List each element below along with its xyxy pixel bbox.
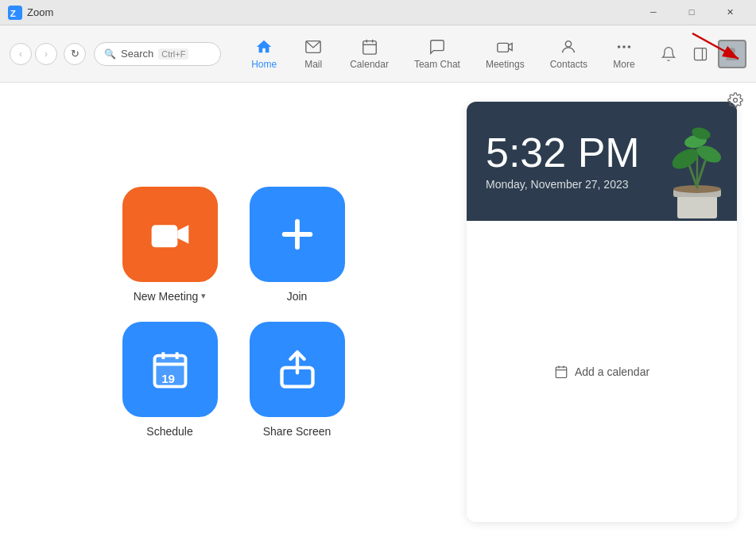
- tab-mail-label: Mail: [304, 59, 322, 70]
- tab-team-chat-label: Team Chat: [414, 59, 460, 70]
- nav-tabs: Home Mail Calendar Team Chat: [238, 29, 648, 79]
- tab-team-chat[interactable]: Team Chat: [401, 29, 473, 79]
- settings-button[interactable]: [727, 92, 743, 112]
- left-content: New Meeting ▾ Join: [0, 83, 467, 541]
- more-icon: [615, 38, 633, 56]
- user-avatar-icon: [723, 44, 742, 64]
- join-button[interactable]: [250, 187, 345, 282]
- schedule-calendar-icon: 19: [149, 349, 191, 390]
- svg-line-30: [689, 165, 697, 187]
- svg-point-17: [734, 99, 738, 102]
- chevron-down-icon: ▾: [201, 291, 206, 301]
- upload-icon: [277, 349, 318, 390]
- add-calendar-label: Add a calendar: [575, 365, 649, 378]
- tab-contacts-label: Contacts: [550, 59, 587, 70]
- share-screen-action[interactable]: Share Screen: [250, 322, 345, 438]
- join-action[interactable]: Join: [250, 187, 345, 303]
- title-bar: Z Zoom ─ □ ✕: [0, 0, 756, 25]
- calendar-body: Add a calendar: [467, 221, 737, 522]
- plus-icon: [275, 212, 320, 257]
- schedule-label: Schedule: [146, 425, 192, 438]
- meetings-icon: [496, 38, 514, 56]
- contacts-icon: [560, 38, 577, 56]
- share-screen-label: Share Screen: [263, 425, 331, 438]
- search-label: Search: [121, 48, 153, 60]
- calendar-header: 5:32 PM Monday, November 27, 2023: [467, 102, 737, 221]
- schedule-button[interactable]: 19: [122, 322, 218, 417]
- app-logo-icon: Z: [8, 6, 22, 20]
- join-label: Join: [287, 290, 308, 303]
- search-bar[interactable]: 🔍 Search Ctrl+F: [94, 42, 221, 66]
- actions-grid: New Meeting ▾ Join: [122, 187, 345, 438]
- forward-button[interactable]: ›: [35, 43, 57, 65]
- maximize-button[interactable]: □: [673, 0, 710, 25]
- gear-icon: [727, 92, 743, 108]
- svg-text:19: 19: [161, 372, 175, 385]
- home-icon: [255, 38, 273, 56]
- video-icon: [148, 212, 192, 257]
- tab-calendar[interactable]: Calendar: [337, 29, 401, 79]
- bell-icon: [661, 46, 677, 62]
- new-meeting-button[interactable]: [122, 187, 218, 282]
- share-screen-button[interactable]: [250, 322, 345, 417]
- svg-point-9: [618, 45, 621, 48]
- tab-meetings[interactable]: Meetings: [473, 29, 537, 79]
- new-meeting-label: New Meeting ▾: [134, 290, 207, 303]
- nav-bar: ‹ › ↻ 🔍 Search Ctrl+F Home Mail: [0, 25, 756, 83]
- team-chat-icon: [428, 38, 446, 56]
- refresh-button[interactable]: ↻: [64, 43, 86, 65]
- svg-rect-18: [151, 225, 177, 247]
- sidebar-toggle-button[interactable]: [686, 40, 715, 68]
- svg-point-14: [729, 48, 735, 54]
- svg-point-8: [566, 41, 572, 46]
- nav-arrows: ‹ ›: [10, 43, 57, 65]
- schedule-action[interactable]: 19 Schedule: [122, 322, 218, 438]
- svg-rect-12: [695, 48, 707, 60]
- calendar-add-icon: [554, 365, 568, 379]
- tab-contacts[interactable]: Contacts: [537, 29, 600, 79]
- new-meeting-action[interactable]: New Meeting ▾: [122, 187, 218, 303]
- back-button[interactable]: ‹: [10, 43, 32, 65]
- main-content: New Meeting ▾ Join: [0, 83, 756, 541]
- svg-point-11: [628, 45, 631, 48]
- mail-icon: [304, 38, 322, 56]
- current-date: Monday, November 27, 2023: [486, 178, 629, 191]
- nav-right: [654, 40, 746, 68]
- tab-calendar-label: Calendar: [350, 59, 389, 70]
- window-controls: ─ □ ✕: [635, 0, 748, 25]
- svg-rect-7: [498, 43, 509, 52]
- search-icon: 🔍: [104, 48, 116, 60]
- calendar-icon: [361, 38, 378, 56]
- add-calendar-button[interactable]: Add a calendar: [554, 365, 649, 379]
- svg-text:Z: Z: [10, 7, 16, 17]
- app-title: Zoom: [27, 6, 635, 18]
- tab-more[interactable]: More: [600, 29, 648, 79]
- close-button[interactable]: ✕: [711, 0, 748, 25]
- right-panel: 5:32 PM Monday, November 27, 2023: [467, 102, 737, 522]
- svg-rect-3: [362, 41, 376, 53]
- sidebar-icon: [692, 46, 708, 62]
- search-shortcut: Ctrl+F: [158, 48, 188, 60]
- tab-home[interactable]: Home: [238, 29, 289, 79]
- plant-decoration-icon: [657, 118, 737, 221]
- tab-meetings-label: Meetings: [486, 59, 525, 70]
- minimize-button[interactable]: ─: [635, 0, 672, 25]
- tab-more-label: More: [613, 59, 634, 70]
- svg-rect-37: [556, 367, 567, 378]
- current-time: 5:32 PM: [486, 132, 640, 173]
- svg-point-10: [622, 45, 626, 48]
- tab-mail[interactable]: Mail: [289, 29, 337, 79]
- svg-line-31: [697, 161, 705, 185]
- notifications-button[interactable]: [654, 40, 683, 68]
- avatar-button[interactable]: [718, 40, 746, 68]
- tab-home-label: Home: [251, 59, 277, 70]
